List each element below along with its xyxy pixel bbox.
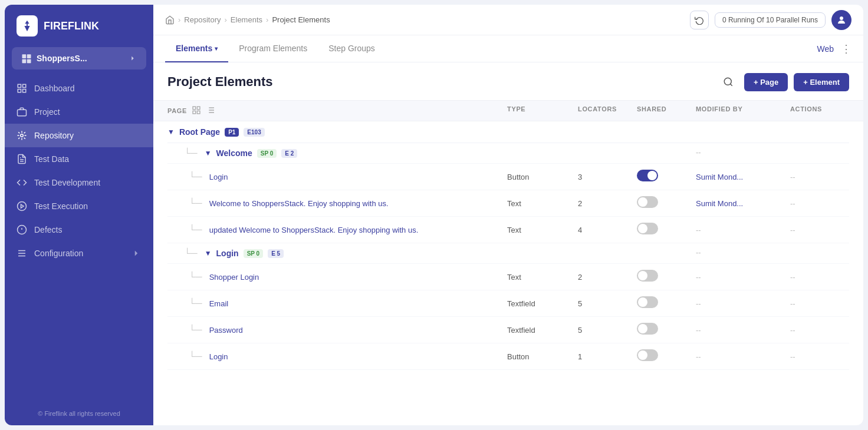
toggle-password[interactable] [637,323,658,335]
element-type-login: Button [507,173,578,181]
element-shared-login[interactable] [637,170,696,184]
tab-elements-dropdown-icon: ▾ [215,45,218,52]
th-modified-by: MODIFIED BY [696,105,790,116]
test-execution-icon [17,201,27,211]
breadcrumb-repository[interactable]: Repository [184,15,221,24]
table-row: └─ Welcome to ShoppersStack. Enjoy shopp… [167,190,849,217]
home-icon[interactable] [165,15,175,25]
refresh-icon [695,15,704,25]
svg-rect-3 [27,59,31,64]
element-shared-updated-welcome[interactable] [637,223,696,237]
sidebar-project[interactable]: ShoppersS... [12,47,146,70]
tab-elements[interactable]: Elements ▾ [165,35,228,62]
root-page-badge-e103: E103 [244,128,264,137]
element-name-login: Login [209,173,228,181]
sort-icon[interactable] [206,105,215,116]
topbar-right: 0 Running Of 10 Parallel Runs [690,10,851,30]
th-page: PAGE [167,105,507,116]
sidebar-logo: FIREFLINK [5,5,153,47]
toggle-login-btn[interactable] [637,349,658,361]
add-element-button[interactable]: + Element [794,73,849,91]
toggle-updated-welcome[interactable] [637,223,658,234]
element-shared-password[interactable] [637,323,696,337]
tab-program-elements[interactable]: Program Elements [228,35,318,62]
sidebar-item-label-test-data: Test Data [34,154,142,164]
element-actions-shopper-login: -- [790,273,849,282]
tabs-right: Web ⋮ [817,42,851,55]
sidebar-item-dashboard[interactable]: Dashboard [5,77,153,100]
svg-rect-20 [193,107,196,110]
section-root-page: ▼ Root Page P1 E103 [167,121,849,143]
sidebar-item-test-execution[interactable]: Test Execution [5,194,153,218]
breadcrumb: › Repository › Elements › Project Elemen… [165,15,330,25]
page-header-actions: + Page + Element [718,72,849,92]
dashboard-icon [17,83,27,94]
sidebar-item-defects[interactable]: Defects [5,218,153,242]
element-modified-updated-welcome: -- [696,226,790,234]
sidebar-footer: © Fireflink all rights reserved [5,402,153,425]
toggle-welcome-text[interactable] [637,196,658,208]
svg-rect-23 [197,111,200,114]
welcome-chevron[interactable]: ▼ [205,149,212,157]
sidebar-item-label-test-development: Test Development [34,178,142,187]
tree-line-welcome: └─ [184,148,198,158]
defects-icon [17,224,27,235]
sidebar-item-configuration[interactable]: Configuration [5,242,153,265]
element-type-password: Textfield [507,326,578,335]
sidebar-item-repository[interactable]: Repository [5,124,153,147]
sidebar-item-test-development[interactable]: Test Development [5,171,153,194]
tree-line-login-section: └─ [184,248,198,259]
element-shared-email[interactable] [637,296,696,310]
svg-marker-11 [21,204,24,208]
th-actions: ACTIONS [790,105,849,116]
root-page-chevron[interactable]: ▼ [167,128,175,136]
element-modified-shopper-login: -- [696,273,790,282]
element-actions-updated-welcome: -- [790,226,849,234]
configuration-icon [17,248,27,259]
parallel-runs-badge[interactable]: 0 Running Of 10 Parallel Runs [715,12,826,28]
refresh-button[interactable] [690,11,709,29]
element-shared-shopper-login[interactable] [637,270,696,284]
page-header: Project Elements + Page + Element [153,62,863,100]
project-icon [17,107,27,117]
svg-rect-1 [27,54,31,58]
configuration-expand-icon [131,248,142,259]
table-row: └─ Email Textfield 5 -- -- [167,290,849,317]
toggle-email[interactable] [637,296,658,308]
svg-point-18 [724,78,731,85]
element-type-shopper-login: Text [507,273,578,282]
toggle-login[interactable] [637,170,658,181]
breadcrumb-elements[interactable]: Elements [231,15,262,24]
more-options-icon[interactable]: ⋮ [841,42,851,55]
element-locators-shopper-login: 2 [578,273,637,282]
sidebar-logo-text: FIREFLINK [44,20,99,32]
tabs-left: Elements ▾ Program Elements Step Groups [165,35,386,62]
element-shared-welcome-text[interactable] [637,196,696,210]
element-type-login-btn: Button [507,352,578,361]
svg-line-19 [730,84,732,85]
element-actions-email: -- [790,299,849,308]
svg-rect-5 [23,84,26,87]
user-avatar[interactable] [831,10,851,30]
tab-step-groups[interactable]: Step Groups [318,35,386,62]
expand-all-icon[interactable] [192,105,201,116]
toggle-shopper-login[interactable] [637,270,658,282]
user-icon [836,15,847,25]
tree-line-welcome-text: └─ [189,198,202,209]
sidebar-project-name: ShoppersS... [37,54,87,63]
table-row: └─ Login Button 1 -- -- [167,343,849,370]
add-page-button[interactable]: + Page [744,73,788,91]
element-shared-login-btn[interactable] [637,349,696,363]
login-section-modified: -- [696,248,790,259]
web-link[interactable]: Web [817,44,834,54]
svg-point-17 [840,16,843,20]
element-locators-updated-welcome: 4 [578,226,637,234]
search-button[interactable] [718,72,738,92]
element-locators-login: 3 [578,173,637,181]
sidebar-item-project[interactable]: Project [5,100,153,124]
sidebar-item-label-defects: Defects [34,225,142,234]
sidebar-item-test-data[interactable]: Test Data [5,147,153,171]
sidebar-item-label-repository: Repository [34,131,142,140]
element-modified-email: -- [696,299,790,308]
login-section-chevron[interactable]: ▼ [205,249,212,257]
